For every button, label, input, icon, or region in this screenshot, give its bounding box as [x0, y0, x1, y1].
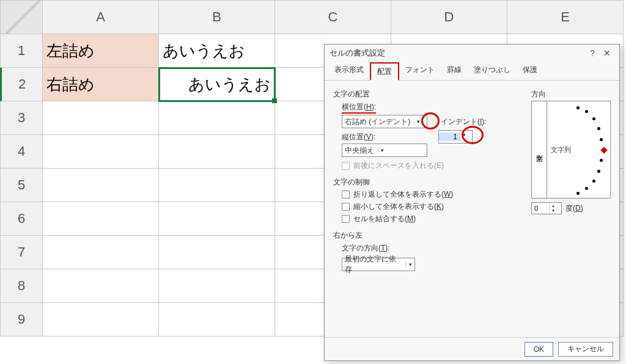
chevron-down-icon: ▾ [414, 118, 420, 125]
row-head-9[interactable]: 9 [0, 303, 43, 337]
cell-A9[interactable] [43, 303, 159, 337]
cell-A6[interactable] [43, 202, 159, 236]
degree-input[interactable] [532, 205, 549, 212]
row-head-8[interactable]: 8 [0, 269, 43, 303]
col-head-A[interactable]: A [43, 0, 159, 34]
tab-font[interactable]: フォント [399, 62, 441, 80]
cell-B2[interactable]: あいうえお [159, 68, 275, 101]
cell-A2[interactable]: 右詰め [43, 68, 159, 101]
indent-label: インデント(I): [441, 117, 487, 127]
cell-B3[interactable] [159, 101, 275, 135]
cell-A1[interactable]: 左詰め [43, 34, 159, 68]
dialog-tabs: 表示形式 配置 フォント 罫線 塗りつぶし 保護 [325, 62, 619, 81]
row-head-6[interactable]: 6 [0, 202, 43, 236]
group-rtl: 右から左 [333, 230, 611, 241]
cancel-button[interactable]: キャンセル [558, 342, 613, 357]
cell-B1[interactable]: あいうえお [159, 34, 275, 68]
cell-B8[interactable] [159, 269, 275, 303]
format-cells-dialog: セルの書式設定 ? ✕ 表示形式 配置 フォント 罫線 塗りつぶし 保護 文字の… [324, 44, 620, 361]
degree-spinner[interactable]: ▲▼ [531, 202, 562, 214]
tab-alignment[interactable]: 配置 [370, 62, 399, 81]
cell-B7[interactable] [159, 236, 275, 269]
tab-protection[interactable]: 保護 [517, 62, 543, 80]
horizontal-select[interactable]: 右詰め (インデント)▾ [342, 115, 427, 128]
text-direction-select[interactable]: 最初の文字に依存▾ [342, 258, 415, 271]
dialog-title: セルの書式設定 [330, 48, 585, 59]
row-head-2[interactable]: 2 [0, 68, 43, 101]
tab-number[interactable]: 表示形式 [328, 62, 370, 80]
tab-border[interactable]: 罫線 [441, 62, 468, 80]
row-head-3[interactable]: 3 [0, 101, 43, 135]
dialog-titlebar[interactable]: セルの書式設定 ? ✕ [325, 45, 619, 62]
cell-B5[interactable] [159, 169, 275, 202]
vertical-label: 縦位置(V): [342, 132, 438, 142]
help-button[interactable]: ? [585, 46, 600, 60]
row-head-4[interactable]: 4 [0, 135, 43, 169]
chevron-down-icon: ▾ [378, 147, 384, 153]
cell-A5[interactable] [43, 169, 159, 202]
cell-B9[interactable] [159, 303, 275, 337]
fill-handle[interactable] [272, 98, 277, 103]
indent-down-icon[interactable]: ▼ [460, 137, 468, 142]
group-orientation: 方向 [531, 89, 611, 100]
indent-up-icon[interactable]: ▲ [460, 131, 468, 137]
cell-B6[interactable] [159, 202, 275, 236]
col-head-C[interactable]: C [275, 0, 391, 34]
tab-fill[interactable]: 塗りつぶし [468, 62, 517, 80]
row-head-5[interactable]: 5 [0, 169, 43, 202]
row-head-7[interactable]: 7 [0, 236, 43, 269]
cell-B4[interactable] [159, 135, 275, 169]
merge-cells-checkbox[interactable]: セルを結合する(M) [342, 214, 611, 224]
col-head-E[interactable]: E [507, 0, 624, 34]
degree-label: 度(D) [565, 203, 583, 214]
cell-A8[interactable] [43, 269, 159, 303]
orientation-vertical-box[interactable]: 文字列 [531, 101, 547, 198]
degree-down-icon[interactable]: ▼ [550, 208, 557, 213]
close-button[interactable]: ✕ [600, 46, 614, 60]
chevron-down-icon: ▾ [406, 261, 412, 268]
orientation-pointer-icon[interactable] [600, 147, 607, 153]
degree-up-icon[interactable]: ▲ [550, 203, 557, 208]
col-head-D[interactable]: D [391, 0, 507, 34]
text-direction-label: 文字の方向(T): [342, 243, 611, 253]
vertical-select[interactable]: 中央揃え▾ [342, 144, 427, 157]
cell-A4[interactable] [43, 135, 159, 169]
ok-button[interactable]: OK [525, 342, 553, 357]
row-head-1[interactable]: 1 [0, 34, 43, 68]
cell-A3[interactable] [43, 101, 159, 135]
orientation-dial[interactable]: 文字列 [547, 101, 611, 198]
col-head-B[interactable]: B [159, 0, 275, 34]
select-all-corner[interactable] [0, 0, 43, 34]
indent-spinner[interactable]: ▲▼ [438, 130, 473, 144]
indent-input[interactable] [439, 133, 460, 141]
cell-A7[interactable] [43, 236, 159, 269]
